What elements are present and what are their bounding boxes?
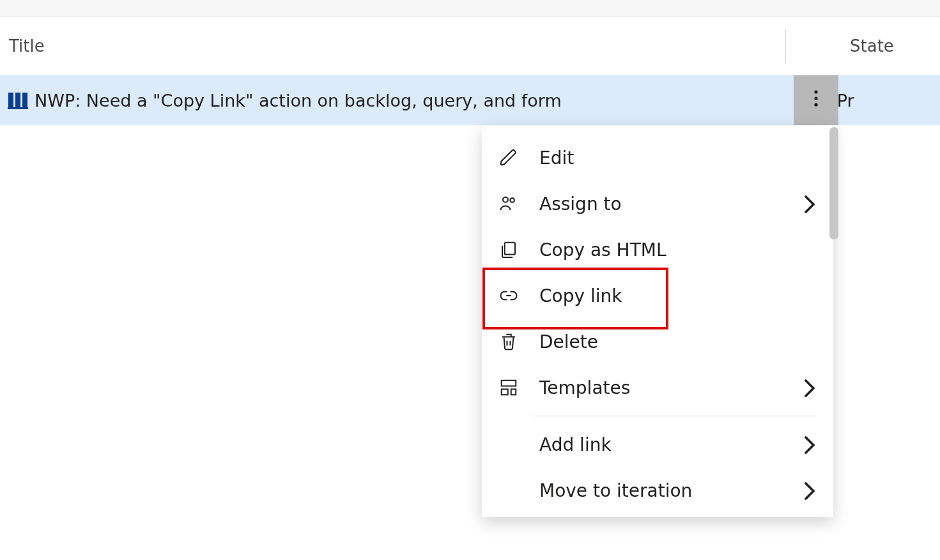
svg-rect-0 [8, 93, 13, 108]
svg-point-7 [503, 197, 508, 202]
svg-point-8 [510, 198, 514, 202]
menu-label: Move to iteration [539, 480, 783, 501]
svg-rect-11 [502, 390, 508, 395]
context-menu: Edit Assign to Copy as HTML Copy link De… [482, 126, 833, 517]
menu-label: Assign to [539, 193, 783, 215]
chevron-right-icon [804, 195, 815, 213]
chevron-right-icon [804, 435, 815, 453]
menu-label: Edit [539, 148, 815, 169]
pencil-icon [498, 148, 519, 168]
toolbar-strip [0, 0, 940, 17]
epic-icon [8, 91, 28, 109]
link-icon [498, 285, 519, 306]
menu-item-templates[interactable]: Templates [482, 365, 833, 411]
menu-item-move-to-iteration[interactable]: Move to iteration [482, 467, 833, 513]
menu-label: Delete [539, 331, 815, 352]
menu-label: Copy as HTML [539, 239, 815, 261]
svg-point-5 [814, 96, 817, 100]
menu-item-copy-as-html[interactable]: Copy as HTML [482, 227, 833, 273]
work-item-row[interactable]: NWP: Need a "Copy Link" action on backlo… [0, 75, 940, 125]
menu-item-edit[interactable]: Edit [482, 135, 833, 181]
svg-rect-2 [22, 93, 27, 108]
column-header-title[interactable]: Title [0, 36, 785, 56]
svg-point-4 [814, 90, 817, 93]
svg-rect-10 [502, 381, 516, 386]
chevron-right-icon [804, 379, 815, 397]
menu-label: Templates [539, 377, 783, 398]
svg-rect-9 [505, 243, 515, 255]
people-icon [498, 193, 519, 214]
empty-icon-slot [498, 434, 519, 455]
column-header-state[interactable]: State [786, 36, 940, 56]
template-icon [498, 377, 519, 398]
menu-item-assign-to[interactable]: Assign to [482, 181, 833, 227]
svg-rect-1 [15, 93, 20, 108]
kebab-icon [814, 90, 818, 110]
menu-item-add-link[interactable]: Add link [482, 421, 833, 467]
more-actions-button[interactable] [794, 75, 838, 125]
menu-scrollbar-thumb[interactable] [829, 127, 838, 239]
menu-item-delete[interactable]: Delete [482, 319, 833, 365]
chevron-right-icon [804, 481, 815, 499]
menu-divider [534, 416, 817, 416]
empty-icon-slot [498, 480, 519, 501]
menu-label: Add link [539, 434, 783, 455]
work-item-title: NWP: Need a "Copy Link" action on backlo… [35, 91, 562, 110]
column-header-row: Title State [0, 17, 940, 75]
svg-rect-3 [8, 107, 28, 109]
trash-icon [498, 331, 519, 352]
copy-icon [498, 239, 519, 260]
menu-item-copy-link[interactable]: Copy link [482, 273, 833, 319]
svg-point-6 [814, 103, 817, 106]
svg-rect-12 [511, 390, 516, 395]
row-title-cell[interactable]: NWP: Need a "Copy Link" action on backlo… [0, 91, 786, 110]
menu-label: Copy link [539, 285, 815, 306]
